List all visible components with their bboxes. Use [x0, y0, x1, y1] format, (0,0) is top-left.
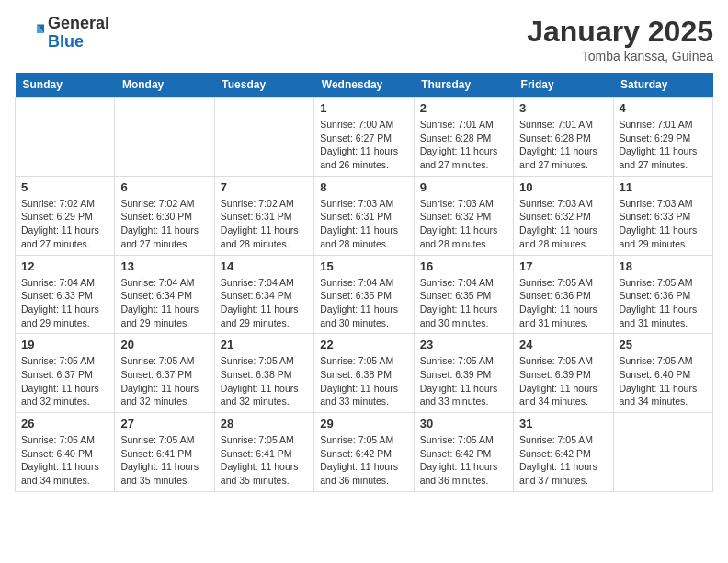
day-number: 28: [221, 417, 308, 431]
day-header-tuesday: Tuesday: [214, 73, 313, 98]
week-row-3: 12Sunrise: 7:04 AM Sunset: 6:33 PM Dayli…: [16, 255, 713, 334]
day-info: Sunrise: 7:05 AM Sunset: 6:39 PM Dayligh…: [519, 354, 607, 408]
day-info: Sunrise: 7:01 AM Sunset: 6:28 PM Dayligh…: [519, 118, 607, 172]
month-title: January 2025: [527, 15, 713, 49]
day-header-saturday: Saturday: [613, 73, 712, 98]
week-row-2: 5Sunrise: 7:02 AM Sunset: 6:29 PM Daylig…: [16, 176, 713, 255]
calendar-cell: 20Sunrise: 7:05 AM Sunset: 6:37 PM Dayli…: [115, 334, 214, 413]
day-info: Sunrise: 7:03 AM Sunset: 6:31 PM Dayligh…: [320, 197, 407, 251]
day-number: 21: [221, 338, 308, 351]
logo: General Blue: [15, 15, 109, 52]
calendar-table: SundayMondayTuesdayWednesdayThursdayFrid…: [15, 73, 713, 492]
calendar-cell: 16Sunrise: 7:04 AM Sunset: 6:35 PM Dayli…: [414, 255, 513, 334]
day-number: 25: [620, 338, 707, 351]
calendar-cell: 3Sunrise: 7:01 AM Sunset: 6:28 PM Daylig…: [514, 98, 613, 177]
day-info: Sunrise: 7:05 AM Sunset: 6:41 PM Dayligh…: [120, 433, 208, 488]
day-info: Sunrise: 7:05 AM Sunset: 6:40 PM Dayligh…: [21, 433, 108, 488]
day-info: Sunrise: 7:00 AM Sunset: 6:27 PM Dayligh…: [320, 118, 407, 172]
day-info: Sunrise: 7:04 AM Sunset: 6:34 PM Dayligh…: [120, 276, 208, 330]
day-number: 1: [320, 101, 407, 115]
location-text: Tomba kanssa, Guinea: [527, 49, 713, 63]
title-block: January 2025 Tomba kanssa, Guinea: [527, 15, 713, 63]
day-info: Sunrise: 7:05 AM Sunset: 6:37 PM Dayligh…: [120, 354, 208, 408]
day-number: 20: [120, 338, 208, 351]
day-number: 15: [320, 259, 407, 273]
day-number: 27: [120, 417, 208, 431]
calendar-cell: [214, 98, 313, 177]
day-info: Sunrise: 7:05 AM Sunset: 6:39 PM Dayligh…: [420, 354, 507, 408]
day-info: Sunrise: 7:05 AM Sunset: 6:36 PM Dayligh…: [620, 276, 707, 330]
day-number: 30: [420, 417, 507, 431]
calendar-cell: 26Sunrise: 7:05 AM Sunset: 6:40 PM Dayli…: [16, 413, 115, 492]
day-number: 22: [320, 338, 407, 351]
day-number: 17: [519, 259, 607, 273]
day-header-friday: Friday: [514, 73, 613, 98]
day-number: 3: [519, 101, 607, 115]
day-number: 26: [21, 417, 108, 431]
calendar-cell: 27Sunrise: 7:05 AM Sunset: 6:41 PM Dayli…: [115, 413, 214, 492]
day-number: 31: [519, 417, 607, 431]
calendar-cell: 13Sunrise: 7:04 AM Sunset: 6:34 PM Dayli…: [115, 255, 214, 334]
logo-general-text: General: [48, 15, 109, 33]
calendar-cell: 11Sunrise: 7:03 AM Sunset: 6:33 PM Dayli…: [613, 176, 712, 255]
day-info: Sunrise: 7:04 AM Sunset: 6:35 PM Dayligh…: [320, 276, 407, 330]
calendar-cell: [16, 98, 115, 177]
calendar-cell: 24Sunrise: 7:05 AM Sunset: 6:39 PM Dayli…: [514, 334, 613, 413]
day-number: 8: [320, 180, 407, 194]
day-info: Sunrise: 7:04 AM Sunset: 6:33 PM Dayligh…: [21, 276, 108, 330]
calendar-header-row: SundayMondayTuesdayWednesdayThursdayFrid…: [16, 73, 713, 98]
day-info: Sunrise: 7:03 AM Sunset: 6:32 PM Dayligh…: [519, 197, 607, 251]
day-number: 18: [620, 259, 707, 273]
day-number: 10: [519, 180, 607, 194]
calendar-cell: 23Sunrise: 7:05 AM Sunset: 6:39 PM Dayli…: [414, 334, 513, 413]
day-number: 2: [420, 101, 507, 115]
day-number: 7: [221, 180, 308, 194]
day-info: Sunrise: 7:02 AM Sunset: 6:29 PM Dayligh…: [21, 197, 108, 251]
day-info: Sunrise: 7:01 AM Sunset: 6:29 PM Dayligh…: [620, 118, 707, 172]
day-info: Sunrise: 7:03 AM Sunset: 6:32 PM Dayligh…: [420, 197, 507, 251]
calendar-cell: 30Sunrise: 7:05 AM Sunset: 6:42 PM Dayli…: [414, 413, 513, 492]
calendar-cell: 9Sunrise: 7:03 AM Sunset: 6:32 PM Daylig…: [414, 176, 513, 255]
day-number: 4: [620, 101, 707, 115]
day-header-thursday: Thursday: [414, 73, 513, 98]
day-info: Sunrise: 7:03 AM Sunset: 6:33 PM Dayligh…: [620, 197, 707, 251]
calendar-cell: 25Sunrise: 7:05 AM Sunset: 6:40 PM Dayli…: [613, 334, 712, 413]
calendar-cell: 1Sunrise: 7:00 AM Sunset: 6:27 PM Daylig…: [314, 98, 414, 177]
week-row-1: 1Sunrise: 7:00 AM Sunset: 6:27 PM Daylig…: [16, 98, 713, 177]
day-number: 29: [320, 417, 407, 431]
day-number: 6: [120, 180, 208, 194]
calendar-cell: 18Sunrise: 7:05 AM Sunset: 6:36 PM Dayli…: [613, 255, 712, 334]
day-info: Sunrise: 7:04 AM Sunset: 6:35 PM Dayligh…: [420, 276, 507, 330]
calendar-cell: 17Sunrise: 7:05 AM Sunset: 6:36 PM Dayli…: [514, 255, 613, 334]
calendar-cell: 19Sunrise: 7:05 AM Sunset: 6:37 PM Dayli…: [16, 334, 115, 413]
day-number: 11: [620, 180, 707, 194]
week-row-4: 19Sunrise: 7:05 AM Sunset: 6:37 PM Dayli…: [16, 334, 713, 413]
calendar-cell: [613, 413, 712, 492]
calendar-cell: 6Sunrise: 7:02 AM Sunset: 6:30 PM Daylig…: [115, 176, 214, 255]
day-header-sunday: Sunday: [16, 73, 115, 98]
day-info: Sunrise: 7:05 AM Sunset: 6:38 PM Dayligh…: [320, 354, 407, 408]
day-info: Sunrise: 7:01 AM Sunset: 6:28 PM Dayligh…: [420, 118, 507, 172]
day-number: 16: [420, 259, 507, 273]
calendar-cell: 10Sunrise: 7:03 AM Sunset: 6:32 PM Dayli…: [514, 176, 613, 255]
day-info: Sunrise: 7:05 AM Sunset: 6:36 PM Dayligh…: [519, 276, 607, 330]
day-info: Sunrise: 7:02 AM Sunset: 6:31 PM Dayligh…: [221, 197, 308, 251]
page-header: General Blue January 2025 Tomba kanssa, …: [15, 15, 713, 63]
calendar-cell: 22Sunrise: 7:05 AM Sunset: 6:38 PM Dayli…: [314, 334, 414, 413]
day-header-wednesday: Wednesday: [314, 73, 414, 98]
calendar-cell: 4Sunrise: 7:01 AM Sunset: 6:29 PM Daylig…: [613, 98, 712, 177]
logo-blue-text: Blue: [48, 33, 109, 52]
day-info: Sunrise: 7:05 AM Sunset: 6:42 PM Dayligh…: [519, 433, 607, 488]
day-number: 23: [420, 338, 507, 351]
calendar-cell: 5Sunrise: 7:02 AM Sunset: 6:29 PM Daylig…: [16, 176, 115, 255]
calendar-cell: 21Sunrise: 7:05 AM Sunset: 6:38 PM Dayli…: [214, 334, 313, 413]
day-header-monday: Monday: [115, 73, 214, 98]
calendar-cell: 8Sunrise: 7:03 AM Sunset: 6:31 PM Daylig…: [314, 176, 414, 255]
calendar-cell: 31Sunrise: 7:05 AM Sunset: 6:42 PM Dayli…: [514, 413, 613, 492]
calendar-cell: 28Sunrise: 7:05 AM Sunset: 6:41 PM Dayli…: [214, 413, 313, 492]
calendar-cell: [115, 98, 214, 177]
calendar-cell: 15Sunrise: 7:04 AM Sunset: 6:35 PM Dayli…: [314, 255, 414, 334]
day-number: 12: [21, 259, 108, 273]
logo-icon: [15, 18, 44, 48]
day-info: Sunrise: 7:05 AM Sunset: 6:42 PM Dayligh…: [320, 433, 407, 488]
